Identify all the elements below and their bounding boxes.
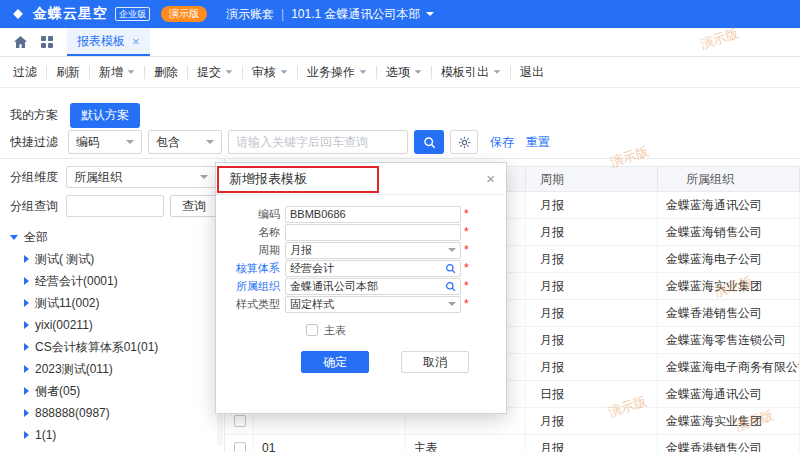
toolbar-item-business-ops[interactable]: 业务操作 — [298, 64, 376, 81]
toolbar-item-delete[interactable]: 删除 — [145, 64, 187, 81]
accounting-system-lookup[interactable]: 经营会计 — [285, 260, 461, 277]
dialog-close-icon[interactable]: × — [486, 170, 495, 187]
tree-item[interactable]: 经营会计(0001) — [0, 270, 224, 292]
group-sidebar: 分组维度 所属组织 分组查询 查询 全部 测试( 测试) 经营会计(0001) … — [0, 159, 225, 452]
name-label: 名称 — [216, 225, 280, 240]
required-mark: * — [464, 207, 469, 221]
tree-item[interactable]: 1(1) — [0, 424, 224, 446]
triangle-right-icon — [24, 365, 29, 373]
org-name: 101.1 金蝶通讯公司本部 — [291, 6, 420, 23]
toolbar-item-template-export[interactable]: 模板引出 — [432, 64, 510, 81]
triangle-right-icon — [24, 387, 29, 395]
toolbar-item-options[interactable]: 选项 — [377, 64, 431, 81]
dialog-title: 新增报表模板 — [229, 170, 307, 188]
toolbar-item-audit[interactable]: 审核 — [243, 64, 297, 81]
tree-item[interactable]: 侧者(05) — [0, 380, 224, 402]
triangle-right-icon — [24, 431, 29, 439]
toolbar-item-submit[interactable]: 提交 — [188, 64, 242, 81]
group-dimension-select[interactable]: 所属组织 — [66, 166, 216, 188]
triangle-right-icon — [24, 409, 29, 417]
toolbar-item-new[interactable]: 新增 — [90, 64, 144, 81]
triangle-right-icon — [24, 299, 29, 307]
brand-title: 金蝶云星空 — [33, 5, 108, 23]
header-org[interactable]: 所属组织 — [658, 167, 800, 191]
search-icon — [423, 136, 436, 149]
code-input[interactable] — [285, 206, 461, 223]
required-mark: * — [464, 279, 469, 293]
toolbar-item-filter[interactable]: 过滤 — [4, 64, 46, 81]
owner-org-lookup[interactable]: 金蝶通讯公司本部 — [285, 278, 461, 295]
new-report-template-dialog: 新增报表模板 × 编码 * 名称 * 周期 月报 * 核算体系 经营会计 * — [215, 162, 507, 414]
org-switcher[interactable]: 101.1 金蝶通讯公司本部 — [291, 6, 433, 23]
required-mark: * — [464, 297, 469, 311]
apps-grid-icon[interactable] — [41, 36, 53, 48]
toolbar-item-exit[interactable]: 退出 — [511, 64, 553, 81]
style-type-select[interactable]: 固定样式 — [285, 296, 461, 313]
edition-badge: 企业版 — [115, 7, 150, 21]
row-checkbox[interactable] — [234, 415, 246, 427]
dialog-header[interactable]: 新增报表模板 — [216, 163, 506, 195]
group-query-button[interactable]: 查询 — [170, 195, 218, 217]
filter-operator-select[interactable]: 包含 — [148, 130, 222, 154]
name-input[interactable] — [285, 224, 461, 241]
toolbar-item-refresh[interactable]: 刷新 — [47, 64, 89, 81]
ok-button[interactable]: 确定 — [301, 351, 369, 373]
row-checkbox[interactable] — [234, 442, 246, 452]
default-scheme-button[interactable]: 默认方案 — [70, 103, 140, 128]
triangle-right-icon — [24, 277, 29, 285]
tab-report-template[interactable]: 报表模板 × — [67, 28, 150, 56]
home-icon[interactable] — [13, 35, 28, 49]
tree-item[interactable]: 888888(0987) — [0, 402, 224, 424]
chevron-down-icon — [206, 140, 214, 144]
quick-filter-row: 快捷过滤 编码 包含 保存 重置 — [10, 130, 550, 154]
quick-filter-label: 快捷过滤 — [10, 134, 58, 151]
chevron-down-icon — [426, 12, 434, 16]
org-tree: 全部 测试( 测试) 经营会计(0001) 测试11(002) yixi(002… — [0, 226, 224, 446]
chevron-down-icon — [200, 175, 208, 179]
chevron-down-icon — [128, 70, 135, 73]
filter-settings-button[interactable] — [450, 130, 478, 154]
lookup-magnifier-icon — [445, 263, 456, 274]
code-label: 编码 — [216, 207, 280, 222]
tree-item-all[interactable]: 全部 — [0, 226, 224, 248]
chevron-down-icon — [494, 70, 501, 73]
chevron-down-icon — [126, 140, 134, 144]
kingdee-logo-icon — [10, 6, 26, 22]
chevron-down-icon — [448, 302, 456, 306]
tab-bar: 报表模板 × — [0, 28, 800, 57]
toolbar: 过滤 刷新 新增 删除 提交 审核 业务操作 选项 模板引出 退出 — [0, 57, 800, 88]
tree-item[interactable]: CS会计核算体系01(01) — [0, 336, 224, 358]
tree-item[interactable]: 测试11(002) — [0, 292, 224, 314]
account-name[interactable]: 演示账套 — [226, 6, 274, 23]
chevron-down-icon — [415, 70, 422, 73]
tree-item[interactable]: 测试( 测试) — [0, 248, 224, 270]
tree-item[interactable]: 2023测试(011) — [0, 358, 224, 380]
group-search-input[interactable] — [66, 195, 164, 217]
required-mark: * — [464, 225, 469, 239]
group-dimension-label: 分组维度 — [10, 169, 60, 186]
main-table-checkbox-label: 主表 — [324, 323, 346, 338]
table-row[interactable]: 01主表月报金蝶香港销售公司 — [226, 435, 800, 452]
tree-item[interactable]: yixi(00211) — [0, 314, 224, 336]
filter-field-select[interactable]: 编码 — [68, 130, 142, 154]
required-mark: * — [464, 243, 469, 257]
tab-close-icon[interactable]: × — [132, 34, 140, 49]
keyword-search-input[interactable] — [228, 130, 408, 154]
save-scheme-link[interactable]: 保存 — [490, 134, 514, 151]
group-dimension-row: 分组维度 所属组织 — [0, 166, 224, 188]
triangle-down-icon — [10, 235, 18, 240]
main-table-checkbox[interactable] — [306, 324, 318, 336]
header-period[interactable]: 周期 — [526, 167, 658, 191]
search-button[interactable] — [414, 130, 444, 154]
period-select[interactable]: 月报 — [285, 242, 461, 259]
topbar: 金蝶云星空 企业版 演示版 演示账套 | 101.1 金蝶通讯公司本部 — [0, 0, 800, 28]
accounting-system-label[interactable]: 核算体系 — [216, 261, 280, 276]
chevron-down-icon — [281, 70, 288, 73]
dialog-form: 编码 * 名称 * 周期 月报 * 核算体系 经营会计 * 所属组织 — [216, 195, 506, 373]
reset-link[interactable]: 重置 — [526, 134, 550, 151]
tab-label: 报表模板 — [77, 33, 125, 50]
chevron-down-icon — [226, 70, 233, 73]
owner-org-label[interactable]: 所属组织 — [216, 279, 280, 294]
cancel-button[interactable]: 取消 — [401, 351, 469, 373]
lookup-magnifier-icon — [445, 281, 456, 292]
